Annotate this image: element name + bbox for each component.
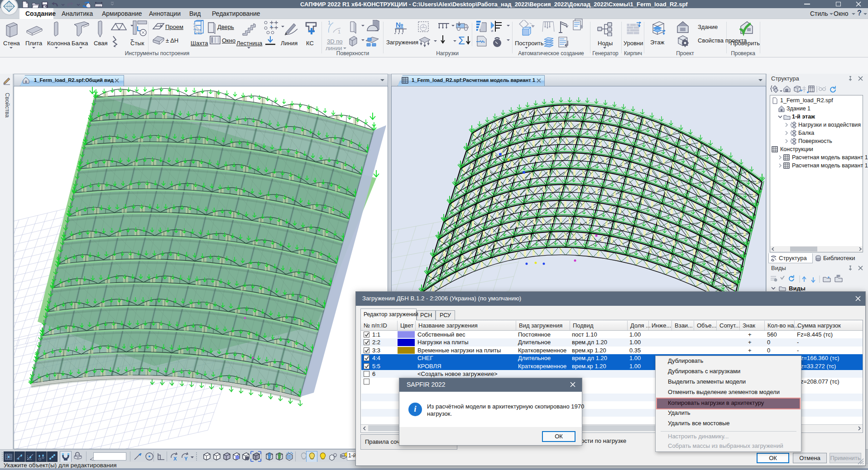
svg-text:№: № xyxy=(396,21,403,28)
svg-text:Y: Y xyxy=(184,456,188,461)
svg-text:X: X xyxy=(173,456,177,461)
svg-text:1: 1 xyxy=(338,29,340,34)
svg-text:Σ: Σ xyxy=(458,34,465,47)
svg-text:1: 1 xyxy=(328,20,331,25)
